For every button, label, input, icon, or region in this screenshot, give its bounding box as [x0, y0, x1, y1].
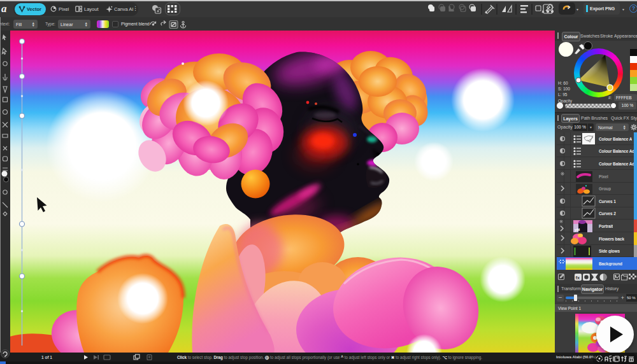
svg-text:yM: yM [575, 228, 580, 232]
svg-text:fx: fx [576, 275, 580, 281]
